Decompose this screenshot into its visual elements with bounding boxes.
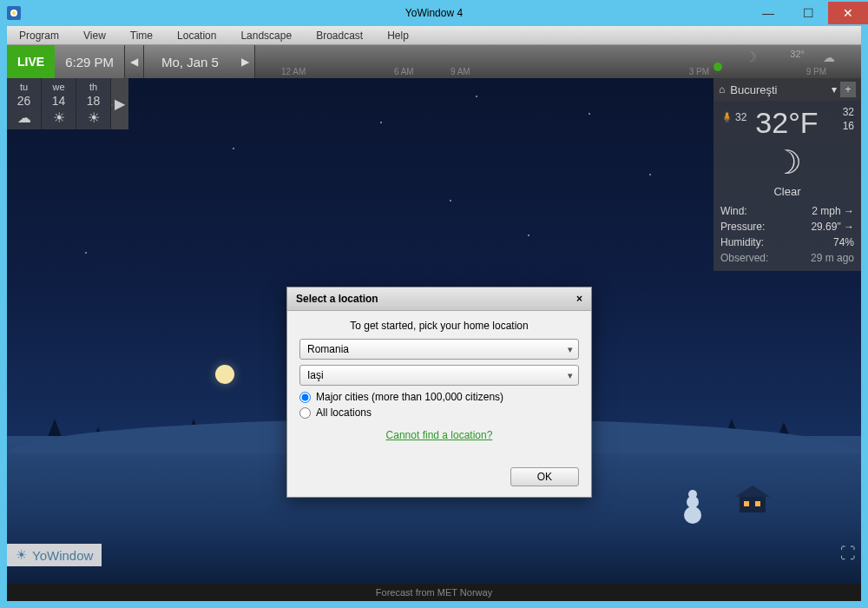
- pressure-value: 29.69" →: [811, 219, 854, 235]
- forecast-day-0[interactable]: tu 26 ☁: [7, 78, 42, 129]
- menu-time[interactable]: Time: [118, 30, 165, 42]
- moon: [215, 365, 234, 384]
- cloud-icon: ☁: [823, 50, 835, 76]
- snowman: [681, 489, 705, 527]
- radio-major-cities[interactable]: Major cities (more than 100,000 citizens…: [299, 391, 579, 403]
- condition-text: Clear: [720, 185, 854, 198]
- day-label: th: [80, 82, 107, 92]
- app-window: YoWindow 4 — ☐ ✕ Program View Time Locat…: [0, 0, 868, 608]
- radio-major-input[interactable]: [299, 392, 311, 403]
- tick-9am: 9 AM: [450, 67, 470, 76]
- dialog-close-button[interactable]: ×: [576, 293, 582, 305]
- forecast-strip: tu 26 ☁ we 14 ☀ th 18 ☀ ▶: [7, 78, 128, 129]
- add-location-button[interactable]: +: [840, 82, 856, 97]
- observed-label: Observed:: [720, 250, 768, 266]
- logo-icon: ☀: [16, 547, 27, 563]
- pressure-label: Pressure:: [720, 219, 765, 235]
- logo-text: YoWindow: [32, 548, 93, 563]
- menubar: Program View Time Location Landscape Bro…: [7, 26, 861, 45]
- svg-point-6: [684, 506, 701, 524]
- weather-panel: ⌂ Bucureşti ▾ + 🧍32 32°F 32 16 ☽: [713, 78, 861, 271]
- temp-low: 16: [843, 120, 854, 134]
- topbar: LIVE 6:29 PM ◀ Mo, Jan 5 ▶ 12 AM 6 AM 9 …: [7, 45, 861, 78]
- svg-marker-2: [735, 486, 770, 497]
- wind-label: Wind:: [720, 203, 747, 219]
- menu-program[interactable]: Program: [7, 30, 71, 42]
- current-time: 6:29 PM: [55, 45, 125, 78]
- tick-3pm: 3 PM: [689, 67, 709, 76]
- condition-icon: ☽: [720, 143, 854, 182]
- now-marker[interactable]: [713, 63, 722, 71]
- svg-rect-3: [740, 497, 766, 512]
- footer-text: Forecast from MET Norway: [376, 587, 492, 598]
- cloud-icon: ☁: [10, 109, 37, 126]
- house: [731, 484, 774, 510]
- temp-high: 32: [843, 106, 854, 120]
- radio-all-input[interactable]: [299, 407, 311, 419]
- menu-view[interactable]: View: [71, 30, 118, 42]
- humidity-label: Humidity:: [720, 235, 764, 250]
- observed-value: 29 m ago: [811, 250, 854, 266]
- location-name[interactable]: Bucureşti: [730, 83, 832, 96]
- radio-all-locations[interactable]: All locations: [299, 406, 579, 419]
- day-temp: 14: [45, 94, 72, 108]
- timeline-temp: 32°: [790, 49, 805, 76]
- window-title: YoWindow 4: [405, 7, 463, 19]
- content-frame: Program View Time Location Landscape Bro…: [7, 26, 861, 601]
- humidity-value: 74%: [833, 235, 854, 250]
- menu-landscape[interactable]: Landscape: [228, 30, 304, 42]
- titlebar: YoWindow 4 — ☐ ✕: [0, 0, 868, 26]
- tick-12am: 12 AM: [281, 67, 306, 76]
- menu-help[interactable]: Help: [375, 30, 421, 42]
- dialog-title: Select a location: [296, 293, 378, 305]
- app-icon: [7, 6, 21, 20]
- moon-icon: ☽: [745, 49, 757, 76]
- footer-bar: Forecast from MET Norway: [7, 584, 861, 601]
- svg-point-1: [12, 11, 16, 15]
- forecast-more-button[interactable]: ▶: [111, 78, 128, 129]
- sun-icon: ☀: [45, 109, 72, 126]
- day-label: tu: [10, 82, 37, 92]
- svg-point-8: [688, 490, 697, 499]
- minimize-button[interactable]: —: [748, 2, 788, 24]
- live-badge[interactable]: LIVE: [7, 45, 55, 78]
- timeline[interactable]: 12 AM 6 AM 9 AM 3 PM 9 PM ☽ 32° ☁: [255, 45, 861, 78]
- landscape-scene: tu 26 ☁ we 14 ☀ th 18 ☀ ▶ ⌂: [7, 78, 861, 584]
- svg-rect-5: [755, 501, 760, 506]
- day-label: we: [45, 82, 72, 92]
- day-temp: 26: [10, 94, 37, 108]
- prev-day-button[interactable]: ◀: [125, 45, 144, 78]
- day-temp: 18: [80, 94, 107, 108]
- feels-like: 🧍32: [720, 111, 746, 123]
- menu-broadcast[interactable]: Broadcast: [304, 30, 375, 42]
- sun-icon: ☀: [80, 109, 107, 126]
- location-dropdown-icon[interactable]: ▾: [832, 83, 837, 96]
- select-location-dialog: Select a location × To get started, pick…: [286, 287, 592, 498]
- home-icon: ⌂: [719, 83, 725, 96]
- person-icon: 🧍: [720, 111, 733, 123]
- country-select[interactable]: Romania: [299, 339, 579, 360]
- tick-6am: 6 AM: [394, 67, 414, 76]
- ok-button[interactable]: OK: [510, 467, 579, 486]
- wind-value: 2 mph →: [812, 203, 854, 219]
- current-date: Mo, Jan 5: [144, 45, 236, 78]
- svg-rect-4: [744, 501, 749, 506]
- fullscreen-button[interactable]: ⛶: [840, 545, 856, 563]
- maximize-button[interactable]: ☐: [788, 2, 828, 24]
- forecast-day-1[interactable]: we 14 ☀: [42, 78, 76, 129]
- dialog-prompt: To get started, pick your home location: [299, 320, 579, 332]
- menu-location[interactable]: Location: [165, 30, 228, 42]
- logo-badge[interactable]: ☀ YoWindow: [7, 544, 102, 566]
- temperature: 32°F: [755, 106, 818, 140]
- close-button[interactable]: ✕: [828, 2, 868, 24]
- city-select[interactable]: Iaşi: [299, 365, 579, 386]
- next-day-button[interactable]: ▶: [236, 45, 255, 78]
- forecast-day-2[interactable]: th 18 ☀: [76, 78, 111, 129]
- cannot-find-link[interactable]: Cannot find a location?: [299, 429, 579, 441]
